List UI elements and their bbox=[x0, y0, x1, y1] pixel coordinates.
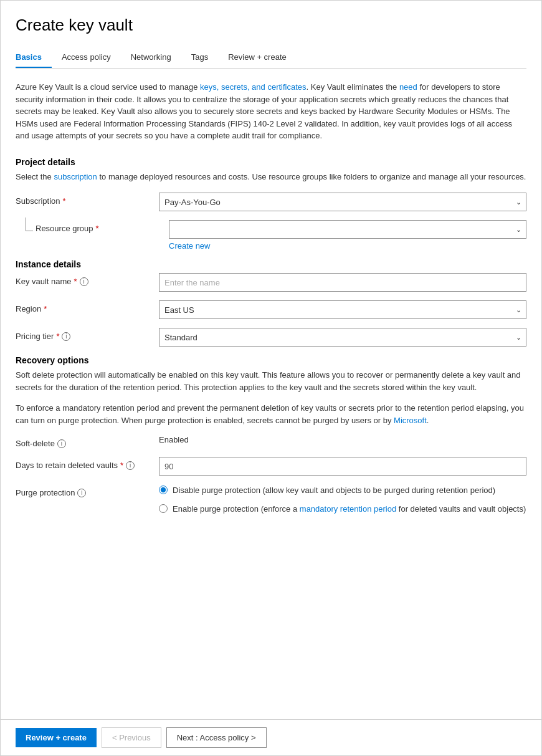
mandatory-link: mandatory retention period bbox=[300, 504, 396, 514]
purge-description: To enforce a mandatory retention period … bbox=[16, 402, 526, 426]
days-retain-row: Days to retain deleted vaults * i bbox=[16, 457, 526, 476]
subscription-row: Subscription * Pay-As-You-Go ⌄ bbox=[16, 193, 526, 211]
spacer bbox=[16, 530, 526, 567]
resource-group-select[interactable] bbox=[169, 220, 526, 239]
connector-line bbox=[26, 218, 33, 231]
tab-access-policy[interactable]: Access policy bbox=[62, 47, 121, 68]
subscription-select[interactable]: Pay-As-You-Go bbox=[159, 193, 526, 211]
pricing-tier-info-icon[interactable]: i bbox=[62, 332, 70, 341]
pricing-tier-select[interactable]: Standard Premium bbox=[159, 328, 526, 347]
project-details-description: Select the subscription to manage deploy… bbox=[16, 171, 526, 183]
key-vault-name-label: Key vault name * i bbox=[16, 273, 159, 286]
subscription-link[interactable]: subscription bbox=[54, 172, 97, 181]
footer: Review + create < Previous Next : Access… bbox=[1, 719, 541, 755]
description-text: Azure Key Vault is a cloud service used … bbox=[16, 82, 512, 140]
key-vault-name-info-icon[interactable]: i bbox=[80, 277, 88, 286]
subscription-required: * bbox=[63, 196, 66, 206]
tab-networking[interactable]: Networking bbox=[131, 47, 181, 68]
review-create-button[interactable]: Review + create bbox=[16, 728, 97, 747]
instance-details-header: Instance details bbox=[16, 259, 526, 269]
subscription-control: Pay-As-You-Go ⌄ bbox=[159, 193, 526, 211]
days-retain-info-icon[interactable]: i bbox=[126, 461, 135, 470]
resource-group-select-wrapper: ⌄ bbox=[169, 220, 526, 239]
resource-group-required: * bbox=[96, 224, 99, 233]
key-vault-name-control bbox=[159, 273, 526, 292]
key-vault-name-required: * bbox=[74, 277, 77, 286]
purge-protection-info-icon[interactable]: i bbox=[77, 489, 86, 497]
enable-purge-label: Enable purge protection (enforce a manda… bbox=[173, 503, 526, 515]
pricing-tier-control: Standard Premium ⌄ bbox=[159, 328, 526, 347]
next-button[interactable]: Next : Access policy > bbox=[166, 727, 267, 748]
days-retain-input[interactable] bbox=[159, 457, 526, 476]
soft-delete-description: Soft delete protection will automaticall… bbox=[16, 369, 526, 393]
main-content: Create key vault Basics Access policy Ne… bbox=[1, 1, 541, 719]
keys-link[interactable]: keys, secrets, and certificates bbox=[200, 82, 307, 92]
key-vault-name-input[interactable] bbox=[159, 273, 526, 292]
project-details-header: Project details bbox=[16, 157, 526, 167]
subscription-label: Subscription * bbox=[16, 193, 159, 206]
disable-purge-label: Disable purge protection (allow key vaul… bbox=[173, 484, 495, 497]
region-label: Region * bbox=[16, 300, 159, 313]
soft-delete-value: Enabled bbox=[159, 431, 189, 444]
enable-purge-radio[interactable] bbox=[159, 504, 168, 513]
pricing-tier-row: Pricing tier * i Standard Premium ⌄ bbox=[16, 328, 526, 347]
need-link: need bbox=[399, 82, 417, 92]
region-select[interactable]: East US bbox=[159, 300, 526, 319]
resource-group-row: Resource group * ⌄ Create new bbox=[26, 220, 526, 251]
soft-delete-value-container: Enabled bbox=[159, 435, 526, 444]
microsoft-link: Microsoft bbox=[394, 416, 427, 425]
soft-delete-label: Soft-delete i bbox=[16, 435, 159, 448]
region-row: Region * East US ⌄ bbox=[16, 300, 526, 319]
days-retain-required: * bbox=[120, 461, 123, 470]
days-retain-label: Days to retain deleted vaults * i bbox=[16, 457, 159, 470]
soft-delete-row: Soft-delete i Enabled bbox=[16, 435, 526, 448]
previous-button[interactable]: < Previous bbox=[102, 727, 161, 748]
pricing-tier-required: * bbox=[56, 332, 59, 341]
region-select-wrapper: East US ⌄ bbox=[159, 300, 526, 319]
tab-review-create[interactable]: Review + create bbox=[228, 47, 297, 68]
enable-purge-option: Enable purge protection (enforce a manda… bbox=[159, 503, 526, 515]
purge-protection-row: Purge protection i Disable purge protect… bbox=[16, 484, 526, 521]
recovery-options-header: Recovery options bbox=[16, 355, 526, 365]
page-title: Create key vault bbox=[16, 16, 526, 35]
tab-basics[interactable]: Basics bbox=[16, 47, 52, 68]
tab-tags[interactable]: Tags bbox=[191, 47, 218, 68]
resource-group-control: ⌄ Create new bbox=[169, 220, 526, 251]
disable-purge-radio[interactable] bbox=[159, 486, 168, 494]
resource-group-label: Resource group * bbox=[36, 220, 169, 233]
create-new-link[interactable]: Create new bbox=[169, 241, 526, 251]
key-vault-name-row: Key vault name * i bbox=[16, 273, 526, 292]
region-required: * bbox=[44, 304, 47, 313]
subscription-select-wrapper: Pay-As-You-Go ⌄ bbox=[159, 193, 526, 211]
intro-description: Azure Key Vault is a cloud service used … bbox=[16, 81, 526, 142]
disable-purge-option: Disable purge protection (allow key vaul… bbox=[159, 484, 526, 497]
purge-protection-control: Disable purge protection (allow key vaul… bbox=[159, 484, 526, 521]
tabs-bar: Basics Access policy Networking Tags Rev… bbox=[16, 47, 526, 69]
page-container: Create key vault Basics Access policy Ne… bbox=[0, 0, 542, 756]
pricing-tier-select-wrapper: Standard Premium ⌄ bbox=[159, 328, 526, 347]
resource-group-connector bbox=[26, 220, 36, 231]
soft-delete-info-icon[interactable]: i bbox=[57, 439, 66, 448]
days-retain-control bbox=[159, 457, 526, 476]
pricing-tier-label: Pricing tier * i bbox=[16, 328, 159, 341]
purge-protection-label: Purge protection i bbox=[16, 484, 159, 497]
region-control: East US ⌄ bbox=[159, 300, 526, 319]
